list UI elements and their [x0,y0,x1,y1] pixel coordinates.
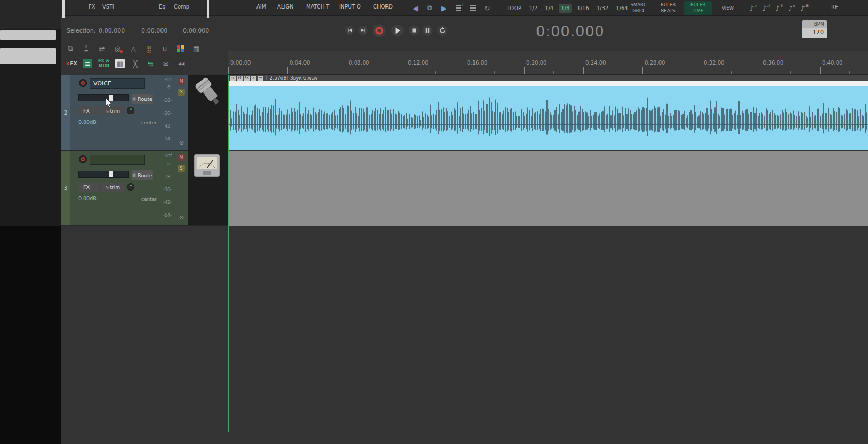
go-start-button[interactable] [344,25,355,36]
nudge-left-icon[interactable]: ◀◀ [176,58,186,69]
lock-icon[interactable]: ∩▬ [82,43,91,54]
trim-envelope-button[interactable]: ∿trim [101,183,124,192]
item-badge-icon[interactable]: FX [244,76,250,81]
grid-remove-icon[interactable]: − [468,3,478,13]
record-arm-button[interactable] [79,79,87,87]
item-badge-icon[interactable]: × [251,76,256,81]
view-button[interactable]: VIEW [714,1,742,15]
grid-1-16-button[interactable]: 1/16 [575,4,591,13]
go-end-button[interactable] [358,25,368,36]
play-item-icon[interactable]: ▶ [439,3,449,13]
track-number[interactable]: 2 [61,75,70,150]
timeline-ruler[interactable]: 0:00.000:04.000:08.000:12.000:16.000:20.… [228,51,868,75]
snap-magnet-icon[interactable]: ∪ [160,43,170,54]
tempo-sync-icon[interactable]: ↻ [483,3,492,13]
fx-button[interactable]: FX [78,106,94,115]
media-copy-icon[interactable]: ⧉ [66,43,75,54]
bpm-value[interactable]: 120 [802,28,827,38]
selection-end-value[interactable]: 0:00.000 [141,27,167,34]
note-swap-icon[interactable]: ♪⇄ [761,3,771,13]
toolbar-button-match[interactable]: MATCH T [306,4,329,10]
grid-1-8-button[interactable]: 1/8 [559,4,572,13]
io-routing-icon[interactable]: ⇄ [97,43,107,54]
toolbar-button-comp[interactable]: Comp [174,4,189,10]
ruler-time-button[interactable]: RULER TIME [684,1,712,15]
stop-button[interactable] [408,25,420,36]
prev-item-icon[interactable]: ◀ [411,3,420,13]
volume-slider-handle[interactable] [109,171,113,177]
grid-1-4-button[interactable]: 1/4 [543,4,556,13]
arrange-view[interactable]: 0:00.000:04.000:08.000:12.000:16.000:20.… [228,51,868,444]
note-mute-icon[interactable]: ♪× [749,3,758,13]
volume-readout[interactable]: 0.00dB [78,119,97,125]
toolbar-button-eq[interactable]: Eq [159,4,166,10]
toolbar-grip[interactable] [62,0,65,18]
record-arm-button[interactable] [79,155,87,163]
toolbar-button-fx[interactable]: FX [89,4,95,10]
media-item-header[interactable]: ∩MFX×⇔ [-2.57dB] Звук 6.wav [228,75,868,81]
smart-grid-button[interactable]: SMART GRID [624,1,652,15]
item-badge-icon[interactable]: ⇔ [258,76,263,81]
metronome-icon[interactable]: △ [128,43,138,54]
toolbar-grip[interactable] [207,0,209,18]
grid-add-icon[interactable]: + [454,3,463,13]
track-manager-icon[interactable]: ≡ [83,59,92,68]
mute-button[interactable]: M [178,78,185,85]
theme-colors-icon[interactable] [176,43,186,54]
track-3-lane[interactable] [228,151,868,226]
crossfade-icon[interactable]: ╳ [131,58,140,69]
grid-1-32-button[interactable]: 1/32 [594,4,610,13]
note-octave-icon[interactable]: ♪8 [774,3,784,13]
clipped-toolbar-label[interactable]: RE [831,4,838,10]
track-panel-3[interactable]: 3 Route FX ∿trim 0.00dB center -inf-6--1… [61,151,188,226]
ripple-edit-icon[interactable]: ⇆ [146,58,156,69]
volume-readout[interactable]: 0.00dB [78,195,97,201]
track-menu-knob[interactable] [127,107,134,114]
toolbar-button-inputq[interactable]: INPUT Q [339,4,361,10]
track-panel-voice[interactable]: 2 VOICE Route FX ∿trim 0.00dB center -in… [61,75,188,151]
toolbar-button-vsti[interactable]: VSTi [102,4,114,10]
dock-item[interactable] [0,48,56,64]
toolbar-button-align[interactable]: ALIGN [277,4,294,10]
copy-item-icon[interactable]: ⧉ [425,3,435,13]
selection-length-value[interactable]: 0:00.000 [183,27,209,34]
grid-dots-icon[interactable]: ⣿ [144,43,154,54]
repeat-button[interactable] [437,25,448,36]
fx-bypass-toggle[interactable] [95,106,99,115]
pause-button[interactable] [422,25,433,36]
toolbar-button-chord[interactable]: CHORD [373,4,393,10]
mute-button[interactable]: M [178,154,185,161]
item-props-icon[interactable]: ▥ [115,59,125,68]
track-name-input[interactable]: VOICE [90,78,145,89]
track-name-input[interactable] [90,155,145,165]
item-badge-icon[interactable]: ∩ [230,76,236,81]
track-menu-knob[interactable] [127,183,134,191]
record-settings-icon[interactable]: ◎ [113,43,123,54]
media-item-top[interactable] [228,81,868,86]
track-number[interactable]: 3 [61,151,70,225]
record-button[interactable] [372,23,387,38]
fx-bypass-icon[interactable]: ×FX [66,58,77,69]
note-lines-icon[interactable]: ♪≡ [787,3,797,13]
ruler-beats-button[interactable]: RULER BEATS [654,1,682,15]
trim-envelope-button[interactable]: ∿trim [101,106,124,115]
fx-button[interactable]: FX [78,183,94,192]
matrix-icon[interactable]: ▦ [191,43,201,54]
volume-slider[interactable] [78,94,129,101]
grid-loop-button[interactable]: LOOP [505,4,524,13]
toolbar-button-aim[interactable]: AIM [256,4,266,10]
solo-button[interactable]: S [178,165,185,172]
phase-button[interactable]: ⊘ [178,214,185,221]
grid-1-2-button[interactable]: 1/2 [527,4,540,13]
selection-start-value[interactable]: 0:00.000 [99,27,125,34]
fx-bypass-toggle[interactable] [95,183,99,192]
solo-button[interactable]: S [178,89,185,96]
transport-time-display[interactable]: 0:00.000 [536,23,605,39]
media-item-title[interactable]: [-2.57dB] Звук 6.wav [266,75,318,81]
phase-button[interactable]: ⊘ [178,139,185,146]
play-button[interactable] [391,24,404,37]
note-grid-icon[interactable]: ♪▦ [800,3,809,13]
item-badge-icon[interactable]: M [237,76,243,81]
bpm-box[interactable]: BPM 120 [802,20,827,38]
volume-slider[interactable] [78,171,129,178]
